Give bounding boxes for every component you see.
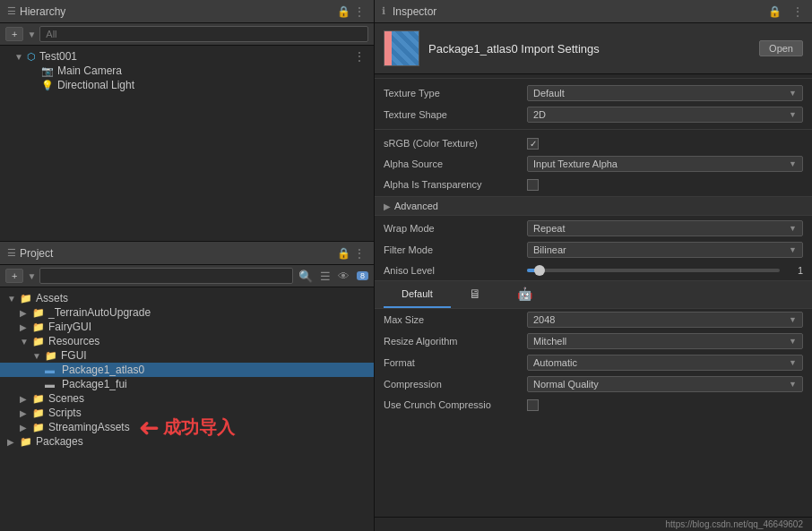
hierarchy-cube-icon: ⬡ [27, 51, 36, 63]
crunch-row: Use Crunch Compressio [375, 395, 812, 415]
project-file-atlas-icon: ▬ [45, 364, 55, 375]
texture-shape-dropdown[interactable]: 2D ▼ [527, 107, 803, 123]
hierarchy-lock-icon[interactable]: 🔒 [335, 5, 352, 18]
project-add-button[interactable]: + [5, 269, 23, 283]
project-item-fgui-label: FGUI [61, 349, 87, 362]
project-item-assets-label: Assets [36, 292, 68, 304]
project-folder-scenes-icon: 📁 [32, 393, 45, 405]
hierarchy-item-test001-label: Test001 [39, 50, 77, 63]
footer-text: https://blog.csdn.net/qq_46649602 [666, 519, 803, 529]
project-item-scenes-label: Scenes [48, 392, 84, 405]
project-folder-assets-icon: 📁 [20, 293, 32, 304]
project-arrow-fgui: ▼ [32, 351, 43, 361]
project-item-assets[interactable]: ▼ 📁 Assets [0, 291, 374, 305]
aniso-slider-value: 1 [785, 265, 803, 276]
hierarchy-arrow-test001: ▼ [14, 52, 25, 62]
project-item-package1fui[interactable]: ▬ Package1_fui [0, 377, 374, 391]
hierarchy-add-button[interactable]: + [5, 27, 23, 41]
format-row: Format Automatic ▼ [375, 352, 812, 373]
project-folder-fgui-icon: 📁 [45, 350, 57, 362]
resize-algorithm-dropdown-arrow: ▼ [789, 337, 797, 346]
open-button[interactable]: Open [759, 40, 803, 56]
project-item-streaming-label: StreamingAssets [48, 421, 130, 433]
project-panel: ☰ Project 🔒 ⋮ + ▼ 🔍 ☰ 👁 8 ▼ 📁 Assets [0, 242, 374, 531]
project-folder-packages-icon: 📁 [20, 436, 32, 448]
platform-tab-default[interactable]: Default [384, 281, 451, 308]
resize-algorithm-dropdown-value: Mitchell [533, 336, 566, 347]
inspector-lock-icon[interactable]: 🔒 [766, 5, 783, 18]
inspector-title: Inspector [393, 5, 759, 18]
alpha-transparency-label: Alpha Is Transparency [384, 179, 527, 190]
wrap-mode-value: Repeat ▼ [527, 220, 803, 236]
alpha-source-dropdown[interactable]: Input Texture Alpha ▼ [527, 156, 803, 172]
project-item-fgui[interactable]: ▼ 📁 FGUI [0, 348, 374, 363]
crunch-checkbox[interactable] [527, 399, 539, 411]
aniso-slider-thumb[interactable] [534, 265, 545, 276]
format-dropdown-value: Automatic [533, 357, 577, 368]
project-title: Project [20, 247, 335, 260]
asset-header: Package1_atlas0 Import Settings Open [375, 23, 812, 74]
platform-tab-desktop[interactable]: 🖥 [451, 281, 499, 308]
texture-shape-dropdown-value: 2D [533, 109, 546, 120]
project-item-fairygui[interactable]: ▶ 📁 FairyGUI [0, 320, 374, 334]
advanced-foldout[interactable]: ▶ Advanced [375, 196, 812, 216]
hierarchy-more-icon[interactable]: ⋮ [352, 5, 367, 18]
format-dropdown[interactable]: Automatic ▼ [527, 355, 803, 371]
max-size-dropdown[interactable]: 2048 ▼ [527, 312, 803, 328]
hierarchy-item-main-camera[interactable]: ▶ 📷 Main Camera [0, 64, 374, 78]
texture-shape-label: Texture Shape [384, 109, 527, 120]
project-item-terrain[interactable]: ▶ 📁 _TerrainAutoUpgrade [0, 305, 374, 320]
hierarchy-item-test001[interactable]: ▼ ⬡ Test001 ⋮ [0, 49, 374, 64]
project-search-icon[interactable]: 🔍 [297, 270, 315, 283]
compression-label: Compression [384, 379, 527, 390]
wrap-mode-dropdown[interactable]: Repeat ▼ [527, 220, 803, 236]
texture-type-value: Default ▼ [527, 85, 803, 101]
hierarchy-item-dir-light[interactable]: ▶ 💡 Directional Light [0, 78, 374, 92]
project-lock-icon[interactable]: 🔒 [335, 247, 352, 260]
project-dropdown-arrow[interactable]: ▼ [27, 271, 36, 281]
project-toolbar: + ▼ 🔍 ☰ 👁 8 [0, 265, 374, 287]
project-more-icon[interactable]: ⋮ [352, 247, 367, 260]
platform-tab-android[interactable]: 🤖 [499, 281, 550, 308]
project-arrow-streaming: ▶ [20, 423, 30, 433]
alpha-transparency-checkbox[interactable] [527, 179, 539, 191]
project-item-scripts[interactable]: ▶ 📁 Scripts [0, 406, 374, 420]
alpha-source-label: Alpha Source [384, 158, 527, 169]
wrap-mode-row: Wrap Mode Repeat ▼ [375, 218, 812, 239]
filter-mode-dropdown[interactable]: Bilinear ▼ [527, 242, 803, 258]
compression-dropdown[interactable]: Normal Quality ▼ [527, 376, 803, 392]
project-item-streaming[interactable]: ▶ 📁 StreamingAssets [0, 420, 374, 434]
project-arrow-terrain: ▶ [20, 308, 30, 318]
divider-2 [375, 129, 812, 130]
footer-bar: https://blog.csdn.net/qq_46649602 [375, 517, 812, 531]
filter-mode-row: Filter Mode Bilinear ▼ [375, 239, 812, 261]
hierarchy-item-more-icon[interactable]: ⋮ [352, 50, 367, 63]
project-item-resources[interactable]: ▼ 📁 Resources [0, 334, 374, 348]
project-filter-icon[interactable]: ☰ [318, 270, 333, 283]
asset-thumbnail [384, 30, 419, 66]
project-item-scripts-label: Scripts [48, 407, 82, 419]
platform-tab-default-label: Default [402, 288, 433, 299]
texture-type-label: Texture Type [384, 88, 527, 98]
project-item-scenes[interactable]: ▶ 📁 Scenes [0, 391, 374, 406]
hierarchy-dropdown-arrow[interactable]: ▼ [27, 30, 36, 39]
alpha-source-value: Input Texture Alpha ▼ [527, 156, 803, 172]
srgb-checkbox[interactable] [527, 138, 539, 150]
max-size-value: 2048 ▼ [527, 312, 803, 328]
project-badge: 8 [357, 271, 368, 280]
project-item-package1atlas[interactable]: ▬ Package1_atlas0 [0, 363, 374, 377]
project-item-packages[interactable]: ▶ 📁 Packages [0, 434, 374, 449]
hierarchy-panel: ☰ Hierarchy 🔒 ⋮ + ▼ ▼ ⬡ Test001 [0, 0, 374, 242]
resize-algorithm-dropdown[interactable]: Mitchell ▼ [527, 333, 803, 349]
project-eye-icon[interactable]: 👁 [336, 270, 351, 283]
hierarchy-header: ☰ Hierarchy 🔒 ⋮ [0, 0, 374, 23]
alpha-transparency-row: Alpha Is Transparency [375, 175, 812, 194]
aniso-value: 1 [527, 265, 803, 276]
inspector-more-icon[interactable]: ⋮ [790, 5, 805, 18]
hierarchy-tree: ▼ ⬡ Test001 ⋮ ▶ 📷 Main Camera ▶ [0, 46, 374, 241]
project-search-input[interactable] [39, 268, 293, 284]
alpha-transparency-value [527, 179, 803, 191]
hierarchy-camera-icon: 📷 [41, 65, 54, 77]
hierarchy-search-input[interactable] [39, 26, 368, 42]
texture-type-dropdown[interactable]: Default ▼ [527, 85, 803, 101]
